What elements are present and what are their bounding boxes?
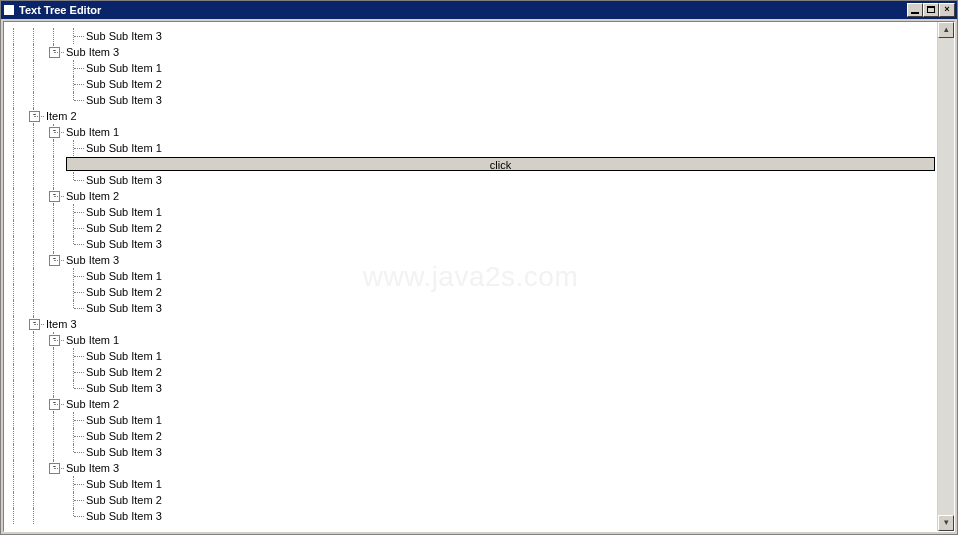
tree-guide-cell: - <box>44 332 64 348</box>
collapse-icon[interactable]: - <box>49 191 60 202</box>
tree-row[interactable]: Sub Sub Item 3 <box>4 28 937 44</box>
tree-row[interactable]: -Sub Item 3 <box>4 44 937 60</box>
tree-row[interactable]: Sub Sub Item 2 <box>4 428 937 444</box>
tree-node-editor[interactable]: click <box>66 157 935 171</box>
tree-guide-cell <box>64 476 84 492</box>
tree-row[interactable]: Sub Sub Item 3 <box>4 236 937 252</box>
tree-guide-cell <box>24 268 44 284</box>
minimize-button[interactable] <box>907 3 923 17</box>
tree-row[interactable]: Sub Sub Item 1 <box>4 268 937 284</box>
tree-guide-cell <box>24 428 44 444</box>
tree-guide-cell <box>24 284 44 300</box>
tree-row[interactable]: -Sub Item 1 <box>4 332 937 348</box>
tree-viewport[interactable]: www.java2s.com Sub Sub Item 3-Sub Item 3… <box>4 22 937 531</box>
tree-row[interactable]: Sub Sub Item 2 <box>4 364 937 380</box>
tree-guide-cell <box>44 412 64 428</box>
tree-node-label: Sub Sub Item 3 <box>84 510 162 522</box>
tree-guide-cell: - <box>24 108 44 124</box>
tree-node-label: Sub Sub Item 1 <box>84 478 162 490</box>
tree-guide-cell <box>4 268 24 284</box>
tree-guide-cell <box>4 460 24 476</box>
tree-node-label: Sub Sub Item 2 <box>84 286 162 298</box>
tree-guide-cell <box>4 220 24 236</box>
tree-guide-cell <box>64 220 84 236</box>
tree-row[interactable]: Sub Sub Item 2 <box>4 492 937 508</box>
tree-row[interactable]: Sub Sub Item 1 <box>4 204 937 220</box>
tree-row[interactable]: Sub Sub Item 2 <box>4 76 937 92</box>
tree-guide-cell <box>64 444 84 460</box>
tree-node-label: Sub Item 1 <box>64 334 119 346</box>
window-controls: × <box>907 3 955 17</box>
scroll-down-button[interactable]: ▾ <box>938 515 954 531</box>
tree-guide-cell: - <box>24 316 44 332</box>
tree-guide-cell <box>64 140 84 156</box>
tree-guide-cell <box>64 92 84 108</box>
tree-row[interactable]: Sub Sub Item 1 <box>4 348 937 364</box>
tree-edit-row: click <box>4 156 937 172</box>
tree-node-label: Sub Sub Item 2 <box>84 222 162 234</box>
tree-guide-cell <box>44 444 64 460</box>
tree-guide-cell <box>24 492 44 508</box>
tree-guide-cell <box>44 60 64 76</box>
collapse-icon[interactable]: - <box>49 335 60 346</box>
tree-guide-cell <box>4 92 24 108</box>
tree-row[interactable]: -Sub Item 2 <box>4 188 937 204</box>
tree-row[interactable]: -Sub Item 3 <box>4 252 937 268</box>
tree-row[interactable]: -Sub Item 1 <box>4 124 937 140</box>
collapse-icon[interactable]: - <box>49 399 60 410</box>
tree-guide-cell <box>24 92 44 108</box>
tree-row[interactable]: Sub Sub Item 2 <box>4 220 937 236</box>
collapse-icon[interactable]: - <box>29 111 40 122</box>
tree-guide-cell <box>4 300 24 316</box>
tree-row[interactable]: -Sub Item 3 <box>4 460 937 476</box>
scroll-up-button[interactable]: ▴ <box>938 22 954 38</box>
collapse-icon[interactable]: - <box>49 127 60 138</box>
tree-row[interactable]: -Item 2 <box>4 108 937 124</box>
tree-node-label: Item 2 <box>44 110 77 122</box>
tree-row[interactable]: Sub Sub Item 2 <box>4 284 937 300</box>
tree-guide-cell <box>64 268 84 284</box>
tree-guide-cell <box>4 108 24 124</box>
tree-guide-cell <box>64 300 84 316</box>
tree-node-label: Sub Sub Item 1 <box>84 142 162 154</box>
tree-row[interactable]: -Item 3 <box>4 316 937 332</box>
tree-node-label: Sub Sub Item 1 <box>84 414 162 426</box>
tree-guide-cell <box>44 300 64 316</box>
tree-guide-cell <box>24 28 44 44</box>
tree-guide-cell <box>24 300 44 316</box>
collapse-icon[interactable]: - <box>49 255 60 266</box>
tree-guide-cell <box>24 412 44 428</box>
tree-guide-cell <box>64 60 84 76</box>
collapse-icon[interactable]: - <box>49 47 60 58</box>
tree: Sub Sub Item 3-Sub Item 3Sub Sub Item 1S… <box>4 22 937 530</box>
tree-row[interactable]: Sub Sub Item 1 <box>4 60 937 76</box>
tree-row[interactable]: Sub Sub Item 3 <box>4 172 937 188</box>
tree-guide-cell: - <box>44 188 64 204</box>
title-bar[interactable]: Text Tree Editor × <box>1 1 957 19</box>
tree-guide-cell <box>4 76 24 92</box>
collapse-icon[interactable]: - <box>29 319 40 330</box>
tree-row[interactable]: Sub Sub Item 3 <box>4 92 937 108</box>
tree-row[interactable]: Sub Sub Item 3 <box>4 300 937 316</box>
collapse-icon[interactable]: - <box>49 463 60 474</box>
tree-row[interactable]: Sub Sub Item 1 <box>4 412 937 428</box>
tree-row[interactable]: -Sub Item 2 <box>4 396 937 412</box>
tree-guide-cell <box>44 364 64 380</box>
tree-row[interactable]: Sub Sub Item 1 <box>4 476 937 492</box>
maximize-button[interactable] <box>923 3 939 17</box>
tree-guide-cell <box>4 204 24 220</box>
tree-row[interactable]: Sub Sub Item 3 <box>4 508 937 524</box>
tree-guide-cell <box>4 396 24 412</box>
tree-guide-cell <box>4 508 24 524</box>
tree-guide-cell: - <box>44 124 64 140</box>
close-button[interactable]: × <box>939 3 955 17</box>
tree-row[interactable]: Sub Sub Item 3 <box>4 380 937 396</box>
tree-guide-cell <box>44 508 64 524</box>
tree-node-label: Sub Sub Item 1 <box>84 270 162 282</box>
tree-guide-cell <box>64 364 84 380</box>
tree-guide-cell <box>64 492 84 508</box>
tree-row[interactable]: Sub Sub Item 1 <box>4 140 937 156</box>
tree-guide-cell <box>4 380 24 396</box>
vertical-scrollbar[interactable]: ▴ ▾ <box>937 22 954 531</box>
tree-row[interactable]: Sub Sub Item 3 <box>4 444 937 460</box>
